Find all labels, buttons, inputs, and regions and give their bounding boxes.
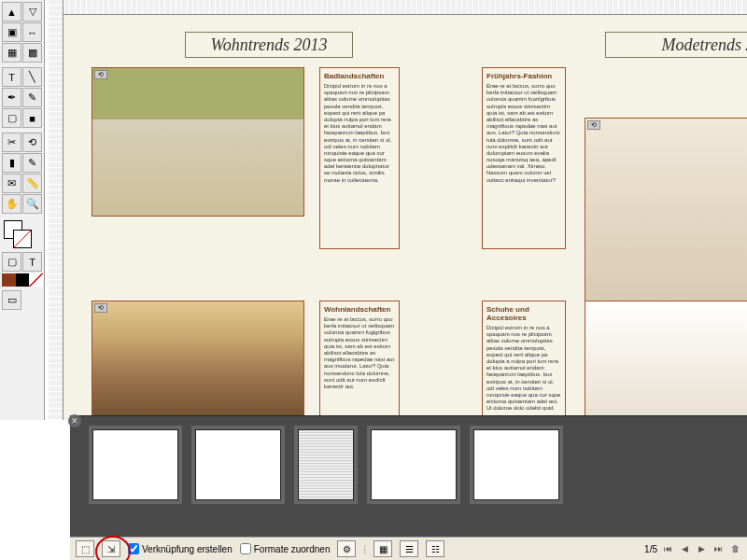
load-conveyor-button[interactable]: ⬚: [76, 540, 94, 557]
place-conveyor-button[interactable]: ⇲: [102, 540, 120, 557]
text-frame-living[interactable]: Wohnlandschaften Erae re at laccus, sorr…: [319, 301, 400, 420]
close-icon[interactable]: ✕: [68, 414, 81, 427]
selection-tool[interactable]: ▲: [2, 2, 21, 21]
gradient-tool[interactable]: ▮: [2, 153, 21, 173]
zoom-tool[interactable]: 🔍: [22, 194, 42, 214]
link-checkbox[interactable]: Verknüpfung erstellen: [128, 543, 233, 554]
image-frame-fashion[interactable]: ⟲: [585, 118, 747, 314]
scissors-tool[interactable]: ✂: [2, 133, 21, 152]
image-frame-bath[interactable]: ⟲: [92, 67, 304, 217]
color-row[interactable]: [2, 273, 43, 287]
formats-checkbox[interactable]: Formate zuordnen: [240, 543, 331, 554]
list-view2-button[interactable]: ☷: [426, 540, 444, 557]
eyedropper-tool[interactable]: ✎: [22, 153, 42, 173]
pen-tool[interactable]: ✒: [2, 88, 21, 107]
gap-tool[interactable]: ↔: [22, 22, 42, 42]
stroke-swatch[interactable]: [13, 230, 32, 248]
conveyor-toolbar: ⬚ ⇲ Verknüpfung erstellen Formate zuordn…: [70, 537, 747, 560]
view-mode[interactable]: ▭: [2, 290, 21, 310]
thumb-interior2[interactable]: [195, 429, 281, 500]
pager: 1/5 ⏮ ◀ ▶ ⏭ 🗑: [644, 542, 741, 555]
pager-next[interactable]: ▶: [695, 542, 708, 555]
image-frame-shoes[interactable]: [585, 301, 747, 420]
text-frame-bath[interactable]: Badlandschaften Dicipid estrum in re nos…: [319, 67, 400, 249]
measure-tool[interactable]: 📏: [22, 174, 42, 193]
type-tool[interactable]: T: [2, 67, 21, 87]
image-frame-living[interactable]: ⟲: [92, 301, 304, 420]
hand-tool[interactable]: ✋: [2, 194, 21, 214]
options-button[interactable]: ⚙: [337, 540, 356, 557]
thumb-shoes[interactable]: [473, 429, 559, 500]
ruler-horizontal: [63, 0, 747, 15]
thumb-fashion[interactable]: [371, 429, 457, 500]
note-tool[interactable]: ✉: [2, 174, 21, 193]
pager-prev[interactable]: ◀: [678, 542, 691, 555]
text-frame-fashion[interactable]: Frühjahrs-Fashion Erae re at laccus, sor…: [482, 67, 566, 249]
page-title-right[interactable]: Modetrends 2: [605, 32, 747, 58]
grid-view-button[interactable]: ▦: [374, 540, 392, 557]
apply-container[interactable]: ▢: [2, 252, 21, 272]
transform-tool[interactable]: ⟲: [22, 133, 42, 152]
link-icon: ⟲: [94, 70, 107, 79]
pager-trash[interactable]: 🗑: [728, 542, 741, 555]
thumb-textpage[interactable]: [298, 429, 354, 500]
direct-selection-tool[interactable]: ▽: [22, 2, 42, 21]
pager-text: 1/5: [644, 544, 657, 554]
thumb-interior[interactable]: [92, 429, 178, 500]
ruler-vertical: [49, 0, 63, 420]
text-frame-shoes[interactable]: Schuhe und Accesoires Dicipid estrum in …: [482, 301, 566, 420]
page-left: Wohntrends 2013 ⟲ Badlandschaften Dicipi…: [73, 15, 465, 65]
link-icon: ⟲: [587, 120, 600, 130]
content-tool[interactable]: ▦: [2, 43, 21, 63]
apply-text[interactable]: T: [22, 252, 42, 272]
conveyor-panel: ✕: [70, 415, 747, 537]
pager-first[interactable]: ⏮: [661, 542, 674, 555]
pencil-tool[interactable]: ✎: [22, 88, 42, 107]
rect-tool[interactable]: ■: [22, 108, 42, 128]
thumbnail-strip: [70, 416, 747, 510]
pager-last[interactable]: ⏭: [712, 542, 725, 555]
page-right: Modetrends 2 Frühjahrs-Fashion Erae re a…: [474, 15, 747, 261]
list-view-button[interactable]: ☰: [400, 540, 418, 557]
frame-tool[interactable]: ▢: [2, 108, 21, 128]
tool-panel: ▲▽ ▣↔ ▦▩ T╲ ✒✎ ▢■ ✂⟲ ▮✎ ✉📏 ✋🔍 ▢T ▭: [0, 0, 45, 420]
document-canvas[interactable]: Wohntrends 2013 ⟲ Badlandschaften Dicipi…: [63, 15, 747, 420]
line-tool[interactable]: ╲: [22, 67, 42, 87]
content-grid-tool[interactable]: ▩: [22, 43, 42, 63]
link-icon: ⟲: [94, 303, 107, 313]
page-tool[interactable]: ▣: [2, 22, 21, 42]
page-title-left[interactable]: Wohntrends 2013: [185, 32, 353, 58]
